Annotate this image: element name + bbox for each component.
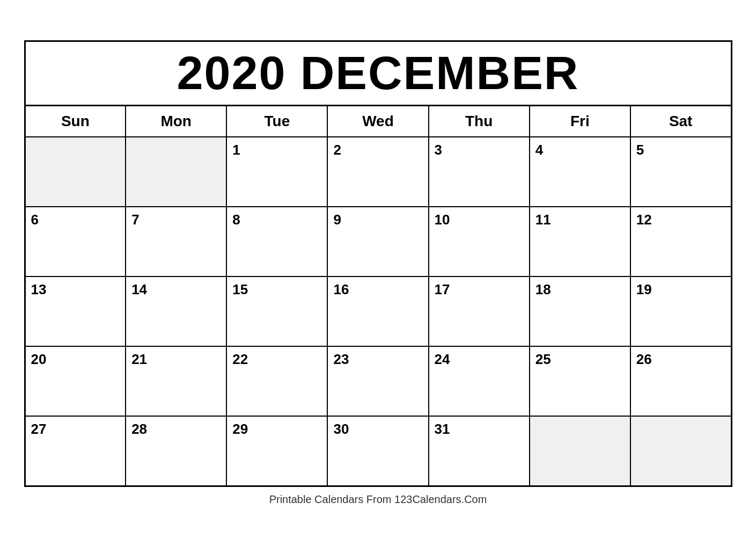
calendar-day-cell: 23: [327, 346, 428, 416]
calendar-day-cell: 27: [25, 416, 126, 486]
calendar-day-cell: 6: [25, 207, 126, 276]
calendar-day-cell: 5: [630, 137, 731, 207]
calendar-day-cell: 26: [630, 346, 731, 416]
calendar-day-cell: 22: [226, 346, 327, 416]
calendar-day-cell: 31: [429, 416, 530, 486]
calendar-day-cell: 3: [429, 137, 530, 207]
calendar-day-cell: 11: [530, 207, 630, 276]
calendar-day-cell: 1: [226, 137, 327, 207]
calendar-day-cell: 28: [126, 416, 226, 486]
day-header-thu: Thu: [429, 106, 530, 137]
week-row-5: 2728293031: [25, 416, 731, 486]
days-of-week-row: Sun Mon Tue Wed Thu Fri Sat: [25, 106, 731, 137]
calendar-day-cell: 7: [126, 207, 226, 276]
calendar-day-cell: 21: [126, 346, 226, 416]
week-row-1: 12345: [25, 137, 731, 207]
calendar-day-cell: 14: [126, 276, 226, 346]
calendar-day-cell: 24: [429, 346, 530, 416]
calendar-day-cell: [25, 137, 126, 207]
calendar-day-cell: 10: [429, 207, 530, 276]
day-header-sun: Sun: [25, 106, 126, 137]
calendar-wrapper: 2020 DECEMBER Sun Mon Tue Wed Thu Fri Sa…: [24, 40, 732, 505]
calendar-day-cell: 16: [327, 276, 428, 346]
calendar-day-cell: 30: [327, 416, 428, 486]
calendar-day-cell: [630, 416, 731, 486]
calendar-day-cell: 17: [429, 276, 530, 346]
calendar-day-cell: 15: [226, 276, 327, 346]
calendar-day-cell: 20: [25, 346, 126, 416]
day-header-mon: Mon: [126, 106, 226, 137]
calendar-day-cell: 25: [530, 346, 630, 416]
footer-text: Printable Calendars From 123Calendars.Co…: [24, 493, 732, 506]
calendar-title: 2020 DECEMBER: [24, 40, 732, 105]
calendar-day-cell: 2: [327, 137, 428, 207]
day-header-wed: Wed: [327, 106, 428, 137]
calendar-day-cell: [126, 137, 226, 207]
calendar-day-cell: 19: [630, 276, 731, 346]
calendar-day-cell: [530, 416, 630, 486]
calendar-day-cell: 18: [530, 276, 630, 346]
calendar-table: Sun Mon Tue Wed Thu Fri Sat 123456789101…: [24, 105, 732, 487]
day-header-fri: Fri: [530, 106, 630, 137]
calendar-day-cell: 4: [530, 137, 630, 207]
calendar-day-cell: 29: [226, 416, 327, 486]
day-header-sat: Sat: [630, 106, 731, 137]
day-header-tue: Tue: [226, 106, 327, 137]
calendar-day-cell: 13: [25, 276, 126, 346]
calendar-day-cell: 9: [327, 207, 428, 276]
week-row-2: 6789101112: [25, 207, 731, 276]
week-row-4: 20212223242526: [25, 346, 731, 416]
calendar-day-cell: 8: [226, 207, 327, 276]
calendar-day-cell: 12: [630, 207, 731, 276]
week-row-3: 13141516171819: [25, 276, 731, 346]
